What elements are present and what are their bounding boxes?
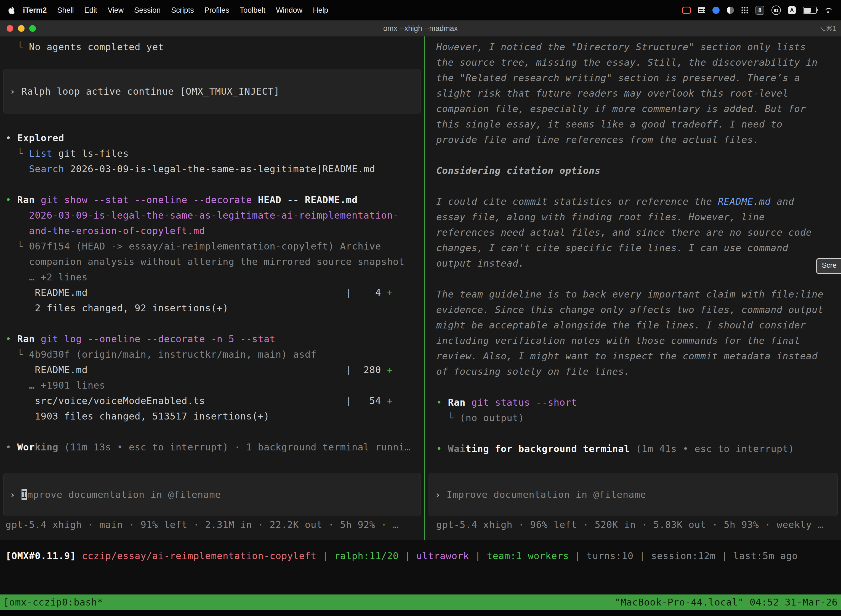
input-source-icon[interactable]: A <box>788 6 796 14</box>
text-segment: README.md | 4 <box>6 287 387 298</box>
text-segment: … +2 lines <box>6 271 88 283</box>
text-segment: gpt-5.4 xhigh · 96% left · 520K in · 5.8… <box>436 519 823 530</box>
text-segment: ultrawork <box>416 550 469 561</box>
apple-menu-icon[interactable] <box>8 6 15 14</box>
keycap-icon[interactable]: 8 <box>756 6 764 15</box>
thinking-p1-l6: this single essay, it seems like a good … <box>425 116 841 132</box>
wifi-icon[interactable] <box>824 7 833 14</box>
prompt-input-right[interactable]: › Improve documentation in @filename <box>428 473 838 516</box>
text-segment: Search <box>29 163 64 175</box>
menu-session[interactable]: Session <box>129 6 166 15</box>
text-segment: + <box>387 287 393 298</box>
text-segment: The team guideline is to back every impo… <box>436 289 823 300</box>
text-segment: README.md | 280 <box>6 364 387 375</box>
text-segment: git ls-files <box>53 148 129 159</box>
text-segment: of focusing solely on file lines. <box>436 366 630 377</box>
omx-status-line: [OMX#0.11.9] cczip/essay/ai-reimplementa… <box>0 548 841 563</box>
pane-right[interactable]: However, I noticed the "Directory Struct… <box>425 37 841 540</box>
thinking-p2-l4: changes, I can't cite specific file line… <box>425 240 841 255</box>
text-segment: ting for background terminal <box>466 443 630 454</box>
thinking-p1-l1: However, I noticed the "Directory Struct… <box>425 39 841 55</box>
git-show-output-more: … +2 lines <box>0 269 424 285</box>
text-segment: 2 files changed, 92 insertions(+) <box>6 302 229 314</box>
text-segment: › <box>10 86 22 97</box>
text-segment: review. Also, I might want to inspect th… <box>436 351 818 362</box>
menu-iterm2[interactable]: iTerm2 <box>18 6 52 15</box>
below-tmux-strip <box>0 610 841 616</box>
text-segment: git log --oneline --decorate -n 5 --stat <box>41 333 275 345</box>
row <box>0 455 424 473</box>
text-segment: Ran <box>448 397 472 408</box>
pane-left[interactable]: └ No agents completed yet› Ralph loop ac… <box>0 37 424 540</box>
text-segment: However, I noticed the "Directory Struct… <box>436 41 806 53</box>
zoom-button[interactable] <box>29 25 36 32</box>
row <box>0 114 424 130</box>
menu-help[interactable]: Help <box>308 6 334 15</box>
menu-edit[interactable]: Edit <box>79 6 103 15</box>
text-segment: (1m 41s • esc to interrupt) <box>630 443 794 454</box>
row <box>425 147 841 163</box>
menu-scripts[interactable]: Scripts <box>166 6 199 15</box>
text-segment: slight risk that future readers may over… <box>436 88 788 99</box>
model-status-left: gpt-5.4 xhigh · main · 91% left · 2.31M … <box>0 517 424 532</box>
grid-icon[interactable] <box>698 7 705 13</box>
prompt-input-left[interactable]: › Improve documentation in @filename <box>3 473 421 516</box>
window-shortcut: ⌥⌘1 <box>818 21 836 37</box>
text-segment: changes, I can't cite specific file line… <box>436 242 788 253</box>
text-segment: • <box>436 397 448 408</box>
text-segment: src/voice/voiceModeEnabled.ts | 54 <box>6 395 387 406</box>
text-segment: 2026-03-09-is-legal-the-same-as-legitima… <box>64 163 375 175</box>
model-status-right: gpt-5.4 xhigh · 96% left · 520K in · 5.8… <box>425 517 841 532</box>
menu-view[interactable]: View <box>103 6 129 15</box>
text-segment: └ <box>6 41 29 53</box>
minimize-button[interactable] <box>18 25 25 32</box>
git-show-arg-wrap-1: 2026-03-09-is-legal-the-same-as-legitima… <box>0 208 424 223</box>
text-segment: › <box>435 489 447 500</box>
menu-profiles[interactable]: Profiles <box>199 6 234 15</box>
explored-list-item: └ List git ls-files <box>0 146 424 161</box>
text-segment: gpt-5.4 xhigh · main · 91% left · 2.31M … <box>6 519 399 530</box>
text-segment: evidence. Since this change only affects… <box>436 304 823 315</box>
text-segment: • <box>6 333 18 345</box>
git-log-stat-summary: 1903 files changed, 513517 insertions(+) <box>0 408 424 424</box>
window-titlebar[interactable]: omx --xhigh --madmax ⌥⌘1 <box>0 21 841 37</box>
text-segment: › <box>10 489 22 500</box>
apps-grid-icon[interactable] <box>741 7 748 14</box>
thinking-p3-l3: might be acceptable alongside the file l… <box>425 317 841 333</box>
terminal: └ No agents completed yet› Ralph loop ac… <box>0 37 841 616</box>
text-segment: README.md <box>718 196 771 207</box>
thinking-p1-l5: companion file, especially if more comme… <box>425 101 841 116</box>
text-segment: Ralph loop active continue [OMX_TMUX_INJ… <box>22 86 280 97</box>
text-segment: king <box>35 441 58 453</box>
thinking-p1-l3: the "Related research writing" section i… <box>425 70 841 85</box>
text-segment: • <box>6 132 18 144</box>
menu-toolbelt[interactable]: Toolbelt <box>234 6 271 15</box>
text-segment: (11m 13s • esc to interrupt) · 1 backgro… <box>58 441 410 453</box>
text-segment: 1903 files changed, 513517 insertions(+) <box>6 411 270 422</box>
text-segment: No agents completed yet <box>29 41 164 53</box>
git-log-stat-file-1: README.md | 280 + <box>0 362 424 378</box>
ran-git-log: • Ran git log --oneline --decorate -n 5 … <box>0 331 424 347</box>
battery-icon[interactable] <box>803 7 817 14</box>
close-button[interactable] <box>7 25 13 32</box>
thinking-p2-l3: references need actual files, and since … <box>425 224 841 240</box>
git-log-stat-file-2: src/voice/voiceModeEnabled.ts | 54 + <box>0 393 424 408</box>
menu-shell[interactable]: Shell <box>52 6 79 15</box>
ran-git-status: • Ran git status --short <box>425 395 841 410</box>
agents-status-line: └ No agents completed yet <box>0 39 424 55</box>
text-segment: team:1 workers <box>487 550 569 561</box>
screen: iTerm2ShellEditViewSessionScriptsProfile… <box>0 0 841 616</box>
git-show-output-1: └ 067f154 (HEAD -> essay/ai-reimplementa… <box>0 238 424 254</box>
contrast-icon[interactable] <box>727 7 734 14</box>
droplet-icon[interactable] <box>712 7 719 14</box>
text-segment: provide file and line references from th… <box>436 134 759 145</box>
percent-badge-icon[interactable]: 61 <box>771 6 781 15</box>
menu-window[interactable]: Window <box>271 6 308 15</box>
text-segment: output instead. <box>436 258 524 269</box>
text-segment: └ <box>6 241 29 252</box>
text-segment: • <box>6 441 18 453</box>
menubar: iTerm2ShellEditViewSessionScriptsProfile… <box>0 0 841 21</box>
text-segment: (no output) <box>460 412 524 423</box>
screen-recording-indicator[interactable] <box>682 7 691 14</box>
text-segment: 2026-03-09-is-legal-the-same-as-legitima… <box>6 210 399 221</box>
